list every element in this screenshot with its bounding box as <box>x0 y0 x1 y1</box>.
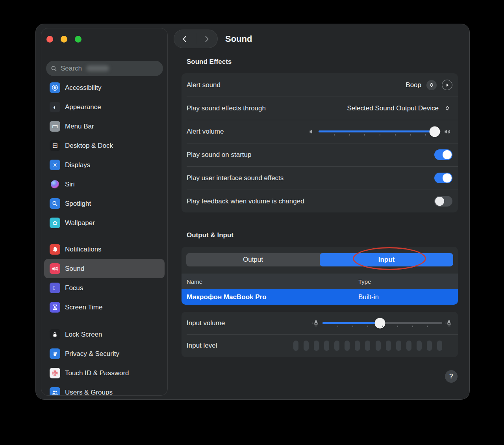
level-segment <box>324 341 329 351</box>
tab-output[interactable]: Output <box>186 253 320 266</box>
forward-button[interactable] <box>196 30 218 48</box>
touch-id-icon <box>50 368 60 378</box>
sidebar-item-wallpaper[interactable]: ✿Wallpaper <box>44 213 165 233</box>
volume-feedback-toggle[interactable] <box>434 196 452 207</box>
sidebar-item-label: Sound <box>65 265 84 273</box>
play-through-row: Play sound effects through Selected Soun… <box>182 97 458 120</box>
settings-window: Search Accessibility◐Appearance▭Menu Bar… <box>35 24 470 400</box>
sidebar-item-label: Appearance <box>65 103 101 111</box>
focus-icon: ☾ <box>50 283 60 293</box>
sidebar-item-label: Touch ID & Password <box>65 369 129 377</box>
appearance-icon: ◐ <box>50 102 60 112</box>
alert-sound-stepper[interactable] <box>426 80 437 90</box>
level-segment <box>345 341 350 351</box>
level-segment <box>314 341 319 351</box>
privacy-security-icon <box>50 348 60 359</box>
table-row-microphone[interactable]: Микрофон MacBook Pro Built-in <box>182 289 458 305</box>
sidebar-item-sound[interactable]: Sound <box>44 259 165 278</box>
input-volume-row: Input volume <box>182 312 458 334</box>
sound-effects-heading: Sound Effects <box>187 58 232 66</box>
sound-effects-group: Alert sound Boop Play sound effects thro… <box>182 73 458 212</box>
sidebar-item-lock-screen[interactable]: Lock Screen <box>44 325 165 344</box>
play-alert-sound-button[interactable] <box>442 80 452 90</box>
spotlight-icon <box>50 198 60 209</box>
slider-knob[interactable] <box>429 126 440 137</box>
sidebar-item-label: Users & Groups <box>65 389 113 396</box>
sidebar-item-desktop-dock[interactable]: ⊟Desktop & Dock <box>44 136 165 155</box>
startup-sound-label: Play sound on startup <box>187 151 251 159</box>
sidebar-item-users-groups[interactable]: Users & Groups <box>44 383 165 396</box>
volume-feedback-row: Play feedback when volume is changed <box>182 190 458 213</box>
sidebar-item-label: Spotlight <box>65 200 91 208</box>
ui-sound-toggle[interactable] <box>434 173 452 183</box>
sidebar-item-focus[interactable]: ☾Focus <box>44 278 165 298</box>
sidebar-item-accessibility[interactable]: Accessibility <box>44 78 165 97</box>
help-button[interactable]: ? <box>445 370 458 383</box>
output-input-heading: Output & Input <box>187 231 233 239</box>
sidebar-item-label: Focus <box>65 284 83 292</box>
chevron-right-icon <box>203 35 210 43</box>
sidebar-item-siri[interactable]: Siri <box>44 175 165 194</box>
mic-loud-icon <box>445 320 452 327</box>
level-segment <box>334 341 339 351</box>
displays-icon: ☀ <box>50 160 60 170</box>
level-segment <box>427 341 432 351</box>
input-volume-label: Input volume <box>187 319 225 327</box>
redacted-blur <box>86 65 109 71</box>
sidebar-item-label: Accessibility <box>65 84 102 92</box>
sidebar-item-label: Desktop & Dock <box>65 142 113 150</box>
alert-volume-slider[interactable] <box>319 130 441 132</box>
wallpaper-icon: ✿ <box>50 218 60 228</box>
search-icon <box>51 65 57 72</box>
sidebar: Search Accessibility◐Appearance▭Menu Bar… <box>41 28 168 396</box>
sidebar-item-privacy-security[interactable]: Privacy & Security <box>44 344 165 363</box>
speaker-low-icon <box>309 128 315 135</box>
level-segment <box>355 341 360 351</box>
sidebar-item-label: Displays <box>65 161 90 169</box>
sidebar-item-menu-bar[interactable]: ▭Menu Bar <box>44 117 165 136</box>
sidebar-item-spotlight[interactable]: Spotlight <box>44 194 165 213</box>
sidebar-item-label: Siri <box>65 181 75 188</box>
sidebar-item-touch-id-password[interactable]: Touch ID & Password <box>44 363 165 383</box>
startup-sound-toggle[interactable] <box>434 149 452 160</box>
volume-feedback-label: Play feedback when volume is changed <box>187 197 304 205</box>
level-segment <box>293 341 298 351</box>
sound-icon <box>50 263 60 274</box>
mic-quiet-icon <box>312 320 319 327</box>
play-through-label: Play sound effects through <box>187 104 266 112</box>
level-segment <box>406 341 411 351</box>
input-level-meter <box>293 341 442 351</box>
users-groups-icon <box>50 387 60 396</box>
column-type: Type <box>358 278 371 285</box>
alert-sound-label: Alert sound <box>187 81 220 89</box>
desktop-dock-icon: ⊟ <box>50 140 60 151</box>
play-through-stepper[interactable] <box>442 103 452 114</box>
input-settings-group: Input volume <box>182 312 458 357</box>
level-segment <box>376 341 381 351</box>
sidebar-item-label: Notifications <box>65 246 102 253</box>
sidebar-item-notifications[interactable]: Notifications <box>44 240 165 259</box>
sidebar-item-screen-time[interactable]: Screen Time <box>44 298 165 317</box>
input-volume-slider[interactable] <box>322 322 442 324</box>
annotation-circle <box>353 247 426 270</box>
chevron-up-down-icon <box>445 105 450 111</box>
alert-sound-row: Alert sound Boop <box>182 73 458 97</box>
level-segment <box>386 341 391 351</box>
siri-icon <box>50 179 60 190</box>
search-input[interactable]: Search <box>46 61 163 76</box>
sidebar-item-displays[interactable]: ☀Displays <box>44 155 165 175</box>
sidebar-item-appearance[interactable]: ◐Appearance <box>44 97 165 117</box>
slider-knob[interactable] <box>374 318 385 328</box>
notifications-icon <box>50 244 60 255</box>
back-button[interactable] <box>174 30 196 48</box>
level-segment <box>396 341 401 351</box>
device-table-header: Name Type <box>182 274 458 289</box>
sidebar-item-label: Screen Time <box>65 303 102 311</box>
page-title: Sound <box>225 34 252 44</box>
sidebar-item-label: Lock Screen <box>65 331 102 339</box>
ui-sound-row: Play user interface sound effects <box>182 166 458 190</box>
sidebar-item-label: Wallpaper <box>65 219 95 227</box>
speaker-loud-icon <box>444 128 452 135</box>
level-segment <box>417 341 422 351</box>
sidebar-item-label: Menu Bar <box>65 123 94 130</box>
